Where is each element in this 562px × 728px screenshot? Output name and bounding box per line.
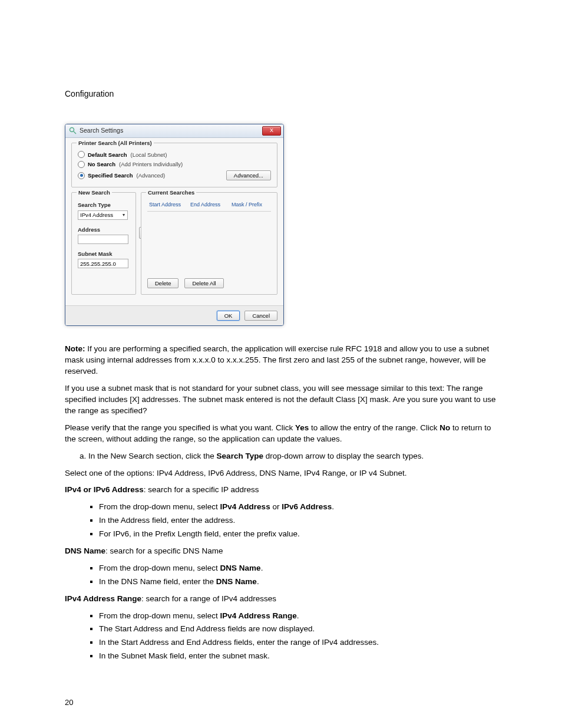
- paragraph: If you use a subnet mask that is not sta…: [65, 383, 497, 417]
- page-number: 20: [65, 697, 497, 708]
- address-label: Address: [78, 226, 130, 233]
- section-heading: IPv4 or IPv6 Address: search for a speci…: [65, 485, 497, 496]
- svg-point-0: [70, 127, 74, 131]
- radio-label: Default Search: [88, 151, 127, 159]
- group-legend: Printer Search (All Printers): [77, 139, 154, 147]
- list-item: In the Address field, enter the address.: [99, 515, 497, 526]
- search-settings-dialog: Search Settings X Printer Search (All Pr…: [65, 124, 284, 327]
- cancel-button[interactable]: Cancel: [244, 311, 277, 321]
- radio-hint: (Local Subnet): [131, 151, 167, 159]
- radio-default-search[interactable]: [78, 151, 85, 158]
- list-item: In the New Search section, click the Sea…: [88, 451, 497, 462]
- list-item: From the drop-down menu, select IPv4 Add…: [99, 502, 497, 513]
- ok-button[interactable]: OK: [217, 311, 240, 321]
- subnet-mask-label: Subnet Mask: [78, 250, 130, 258]
- svg-line-1: [74, 131, 76, 134]
- bullet-list: From the drop-down menu, select IPv4 Add…: [99, 611, 497, 663]
- group-legend: New Search: [77, 189, 112, 196]
- radio-no-search[interactable]: [78, 161, 85, 168]
- paragraph: Select one of the options: IPv4 Address,…: [65, 468, 497, 479]
- document-body: Note: If you are performing a specified …: [65, 344, 497, 708]
- dialog-titlebar: Search Settings X: [65, 124, 283, 138]
- current-searches-group: Current Searches Start Address End Addre…: [141, 192, 277, 295]
- col-mask-prefix[interactable]: Mask / Prefix: [230, 200, 271, 210]
- dialog-title: Search Settings: [80, 126, 262, 135]
- printer-search-group: Printer Search (All Printers) Default Se…: [71, 143, 277, 188]
- radio-hint: (Add Printers Individually): [119, 160, 183, 168]
- searches-table-body: [147, 212, 271, 275]
- note-label: Note:: [65, 344, 85, 353]
- ordered-list: In the New Search section, click the Sea…: [88, 451, 497, 462]
- subnet-mask-input[interactable]: [78, 259, 128, 268]
- col-start-address[interactable]: Start Address: [147, 200, 189, 210]
- list-item: From the drop-down menu, select DNS Name…: [99, 563, 497, 574]
- delete-button[interactable]: Delete: [147, 278, 178, 288]
- page-header: Configuration: [65, 88, 497, 100]
- note-text: If you are performing a specified search…: [65, 344, 489, 375]
- radio-label: Specified Search: [88, 172, 133, 179]
- search-type-label: Search Type: [78, 201, 130, 209]
- list-item: For IPv6, in the Prefix Length field, en…: [99, 529, 497, 540]
- list-item: In the Start Address and End Address fie…: [99, 637, 497, 648]
- new-search-group: New Search Search Type ▾ Address Subnet …: [71, 192, 136, 295]
- chevron-down-icon: ▾: [120, 212, 127, 219]
- radio-label: No Search: [88, 160, 115, 168]
- list-item: In the Subnet Mask field, enter the subn…: [99, 651, 497, 662]
- section-heading: IPv4 Address Range: search for a range o…: [65, 594, 497, 605]
- list-item: From the drop-down menu, select IPv4 Add…: [99, 611, 497, 622]
- bullet-list: From the drop-down menu, select DNS Name…: [99, 563, 497, 588]
- address-input[interactable]: [78, 235, 128, 244]
- col-end-address[interactable]: End Address: [189, 200, 230, 210]
- bullet-list: From the drop-down menu, select IPv4 Add…: [99, 502, 497, 540]
- list-item: In the DNS Name field, enter the DNS Nam…: [99, 577, 497, 588]
- radio-specified-search[interactable]: [78, 172, 85, 179]
- list-item: The Start Address and End Address fields…: [99, 624, 497, 635]
- section-heading: DNS Name: search for a specific DNS Name: [65, 546, 497, 557]
- advanced-button[interactable]: Advanced...: [226, 170, 271, 180]
- searches-table-header: Start Address End Address Mask / Prefix: [147, 200, 271, 212]
- paragraph: Please verify that the range you specifi…: [65, 423, 497, 445]
- dialog-footer: OK Cancel: [65, 305, 283, 325]
- delete-all-button[interactable]: Delete All: [184, 278, 223, 288]
- group-legend: Current Searches: [146, 189, 196, 196]
- close-button[interactable]: X: [262, 126, 281, 136]
- radio-hint: (Advanced): [137, 172, 166, 179]
- app-icon: [69, 127, 77, 135]
